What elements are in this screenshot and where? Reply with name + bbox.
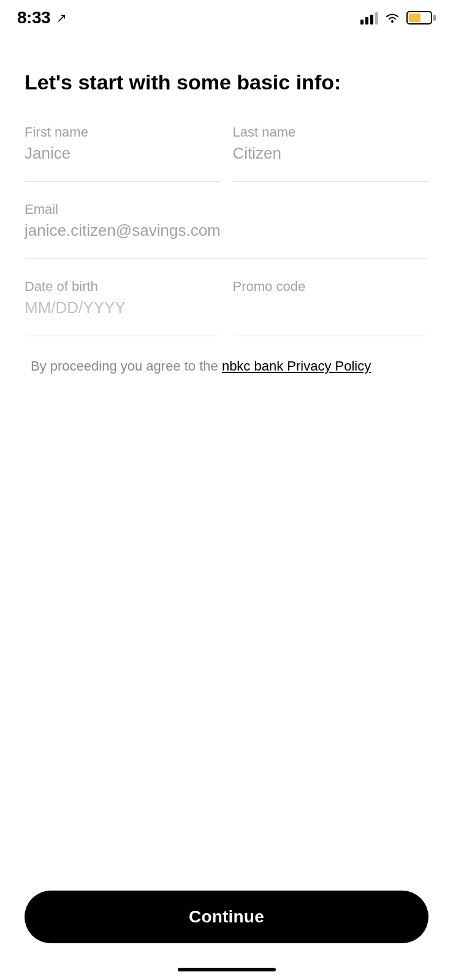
email-divider <box>25 258 428 259</box>
promo-label: Promo code <box>233 279 429 295</box>
first-name-label: First name <box>25 124 221 140</box>
battery-icon <box>406 11 436 24</box>
svg-point-0 <box>391 20 394 23</box>
first-name-value: Janice <box>25 144 221 172</box>
promo-divider <box>233 336 429 336</box>
main-content: Let's start with some basic info: First … <box>0 33 453 376</box>
email-field[interactable]: Email janice.citizen@savings.com <box>25 202 428 258</box>
email-label: Email <box>25 202 428 217</box>
first-name-field[interactable]: First name Janice <box>25 124 221 181</box>
last-name-divider <box>233 181 429 182</box>
name-row: First name Janice Last name Citizen <box>25 124 428 181</box>
continue-button[interactable]: Continue <box>25 891 428 943</box>
privacy-prefix: By proceeding you agree to the <box>31 358 222 374</box>
status-icons <box>360 11 436 24</box>
status-bar: 8:33 ↗ <box>0 0 453 33</box>
last-name-label: Last name <box>233 124 429 140</box>
signal-bar-3 <box>370 15 373 24</box>
dob-field[interactable]: Date of birth MM/DD/YYYY <box>25 279 221 336</box>
dob-value: MM/DD/YYYY <box>25 298 221 326</box>
dob-label: Date of birth <box>25 279 221 295</box>
name-divider-row <box>25 181 428 182</box>
home-indicator <box>178 968 276 971</box>
first-name-divider <box>25 181 221 182</box>
dob-promo-divider-row <box>25 336 428 336</box>
email-value: janice.citizen@savings.com <box>25 221 428 249</box>
continue-btn-container: Continue <box>25 891 428 943</box>
privacy-text: By proceeding you agree to the nbkc bank… <box>25 356 428 376</box>
wifi-icon <box>384 12 400 24</box>
signal-bar-1 <box>360 20 364 24</box>
signal-icon <box>360 11 378 24</box>
privacy-link[interactable]: nbkc bank Privacy Policy <box>222 358 371 374</box>
promo-value <box>233 298 429 307</box>
location-icon: ↗ <box>56 10 67 25</box>
last-name-value: Citizen <box>233 144 429 172</box>
signal-bar-4 <box>375 12 378 24</box>
promo-field[interactable]: Promo code <box>233 279 429 336</box>
last-name-field[interactable]: Last name Citizen <box>233 124 429 181</box>
status-time: 8:33 <box>17 8 50 28</box>
dob-divider <box>25 336 221 336</box>
signal-bar-2 <box>365 17 368 24</box>
dob-promo-row: Date of birth MM/DD/YYYY Promo code <box>25 279 428 336</box>
page-title: Let's start with some basic info: <box>25 70 428 95</box>
